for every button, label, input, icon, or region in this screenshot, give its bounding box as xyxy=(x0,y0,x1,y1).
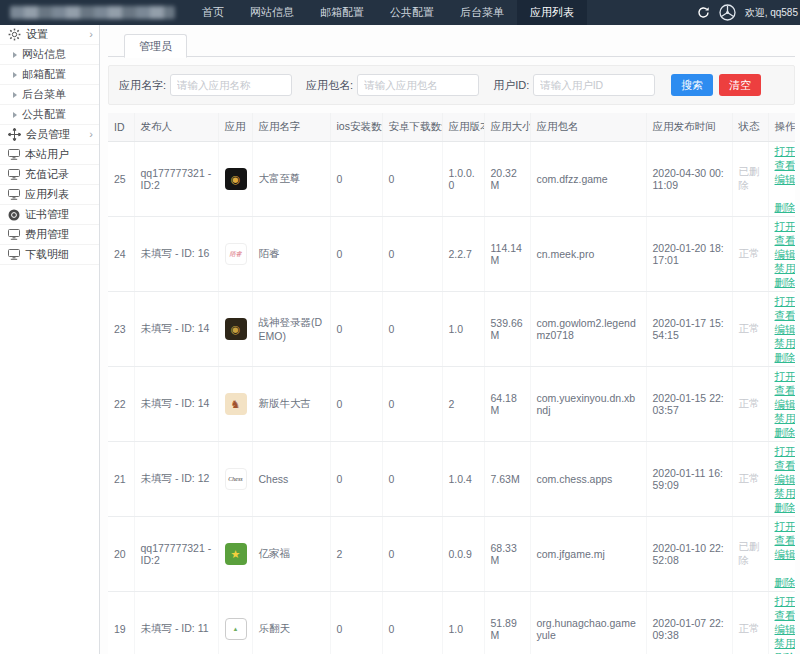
sidebar-item-label: 本站用户 xyxy=(25,147,69,162)
avatar-icon[interactable] xyxy=(719,4,736,21)
cell-app-name: 大富至尊 xyxy=(252,142,330,217)
cell-id: 19 xyxy=(108,592,134,654)
cell-package: com.chess.apps xyxy=(530,442,646,517)
action-view-udid[interactable]: 查看UDID xyxy=(775,308,796,322)
sidebar-item-label: 邮箱配置 xyxy=(22,67,66,82)
action-disable[interactable]: 禁用 xyxy=(775,411,796,425)
action-open-link[interactable]: 打开链接 xyxy=(775,594,796,608)
user-id-input[interactable] xyxy=(533,74,655,96)
sidebar-item-certificate-management[interactable]: 证书管理 xyxy=(0,205,99,225)
search-button[interactable]: 搜索 xyxy=(671,74,713,96)
app-icon: ▲ xyxy=(225,618,247,640)
app-icon: Chess xyxy=(225,468,247,490)
cell-publish-time: 2020-01-11 16:59:09 xyxy=(646,442,732,517)
nav-item-backend-menu[interactable]: 后台菜单 xyxy=(447,0,517,25)
nav-item-home[interactable]: 首页 xyxy=(189,0,237,25)
sidebar-item-recharge-records[interactable]: 充值记录 xyxy=(0,165,99,185)
cell-app-icon: ★ xyxy=(218,517,252,592)
tab-admin[interactable]: 管理员 xyxy=(124,34,187,58)
action-view-udid[interactable]: 查看UDID xyxy=(775,383,796,397)
action-open-link[interactable]: 打开链接 xyxy=(775,519,796,533)
cell-actions: 打开链接查看UDID编辑禁用删除 xyxy=(768,367,795,442)
action-open-link[interactable]: 打开链接 xyxy=(775,444,796,458)
action-view-udid[interactable]: 查看UDID xyxy=(775,233,796,247)
table-row: 24未填写 - ID: 16陌睿陌睿002.2.7114.14Mcn.meek.… xyxy=(108,217,795,292)
status-badge: 正常 xyxy=(739,247,760,259)
column-header-11: 操作 xyxy=(768,113,795,142)
app-icon: ◉ xyxy=(225,318,247,340)
action-delete[interactable]: 删除 xyxy=(775,350,796,364)
cell-app-icon: ◉ xyxy=(218,142,252,217)
sidebar-item-email-config[interactable]: 邮箱配置 xyxy=(0,65,99,85)
cell-id: 24 xyxy=(108,217,134,292)
action-edit[interactable]: 编辑 xyxy=(775,397,796,411)
sidebar-item-site-info[interactable]: 网站信息 xyxy=(0,45,99,65)
app-package-input[interactable] xyxy=(357,74,479,96)
cell-version: 2 xyxy=(442,367,484,442)
sidebar-item-app-list[interactable]: 应用列表 xyxy=(0,185,99,205)
cell-app-icon: ◉ xyxy=(218,292,252,367)
tab-bar: 管理员 xyxy=(108,33,795,57)
sidebar-item-local-users[interactable]: 本站用户 xyxy=(0,145,99,165)
action-open-link[interactable]: 打开链接 xyxy=(775,219,796,233)
sidebar: 设置›网站信息邮箱配置后台菜单公共配置会员管理›本站用户充值记录应用列表证书管理… xyxy=(0,25,100,654)
action-edit[interactable]: 编辑 xyxy=(775,472,796,486)
action-delete[interactable]: 删除 xyxy=(775,650,796,654)
refresh-icon[interactable] xyxy=(697,6,710,19)
cell-publish-time: 2020-01-07 22:09:38 xyxy=(646,592,732,654)
app-name-input[interactable] xyxy=(170,74,292,96)
action-view-udid[interactable]: 查看UDID xyxy=(775,158,796,172)
action-view-udid[interactable]: 查看UDID xyxy=(775,608,796,622)
column-header-1: 发布人 xyxy=(134,113,218,142)
sidebar-item-settings[interactable]: 设置› xyxy=(0,25,99,45)
action-delete[interactable]: 删除 xyxy=(775,275,796,289)
clear-button[interactable]: 清空 xyxy=(719,74,761,96)
action-open-link[interactable]: 打开链接 xyxy=(775,144,796,158)
action-edit[interactable]: 编辑 xyxy=(775,247,796,261)
column-header-8: 应用包名 xyxy=(530,113,646,142)
cell-status: 正常 xyxy=(732,367,768,442)
action-edit[interactable]: 编辑 xyxy=(775,172,796,186)
sidebar-item-download-details[interactable]: 下载明细 xyxy=(0,245,99,265)
action-edit[interactable]: 编辑 xyxy=(775,547,796,561)
nav-item-site-info[interactable]: 网站信息 xyxy=(237,0,307,25)
table-row: 20qq177777321 - ID:2★亿家福200.0.968.33Mcom… xyxy=(108,517,795,592)
sidebar-item-public-config[interactable]: 公共配置 xyxy=(0,105,99,125)
action-view-udid[interactable]: 查看UDID xyxy=(775,458,796,472)
sidebar-item-backend-menu[interactable]: 后台菜单 xyxy=(0,85,99,105)
action-open-link[interactable]: 打开链接 xyxy=(775,369,796,383)
action-disable[interactable]: 禁用 xyxy=(775,336,796,350)
action-disable[interactable]: 禁用 xyxy=(775,636,796,650)
sidebar-item-label: 会员管理 xyxy=(26,127,70,142)
action-view-udid[interactable]: 查看UDID xyxy=(775,533,796,547)
cell-android-downloads: 0 xyxy=(382,442,442,517)
status-badge: 正常 xyxy=(739,622,760,634)
cell-size: 7.63M xyxy=(484,442,530,517)
action-disable[interactable]: 禁用 xyxy=(775,261,796,275)
sidebar-item-member-management[interactable]: 会员管理› xyxy=(0,125,99,145)
search-form: 应用名字: 应用包名: 用户ID: 搜索 清空 xyxy=(108,65,795,105)
action-open-link[interactable]: 打开链接 xyxy=(775,294,796,308)
welcome-text: 欢迎, qq585 xyxy=(745,6,798,20)
cell-actions: 打开链接查看UDID编辑禁用删除 xyxy=(768,292,795,367)
nav-item-public-config[interactable]: 公共配置 xyxy=(377,0,447,25)
action-edit[interactable]: 编辑 xyxy=(775,622,796,636)
action-edit[interactable]: 编辑 xyxy=(775,322,796,336)
cell-android-downloads: 0 xyxy=(382,217,442,292)
cell-android-downloads: 0 xyxy=(382,517,442,592)
action-disable[interactable]: 禁用 xyxy=(775,486,796,500)
action-delete[interactable]: 删除 xyxy=(775,500,796,514)
cell-actions: 打开链接查看UDID编辑删除 xyxy=(768,517,795,592)
cell-version: 1.0.0.0 xyxy=(442,142,484,217)
action-delete[interactable]: 删除 xyxy=(775,575,796,589)
cell-actions: 打开链接查看UDID编辑删除 xyxy=(768,142,795,217)
app-package-label: 应用包名: xyxy=(306,78,353,93)
action-delete[interactable]: 删除 xyxy=(775,200,796,214)
action-delete[interactable]: 删除 xyxy=(775,425,796,439)
cell-size: 64.18M xyxy=(484,367,530,442)
nav-item-email-config[interactable]: 邮箱配置 xyxy=(307,0,377,25)
cell-package: com.yuexinyou.dn.xbndj xyxy=(530,367,646,442)
sidebar-item-fee-management[interactable]: 费用管理 xyxy=(0,225,99,245)
nav-item-app-list[interactable]: 应用列表 xyxy=(517,0,587,25)
move-icon xyxy=(8,128,21,141)
